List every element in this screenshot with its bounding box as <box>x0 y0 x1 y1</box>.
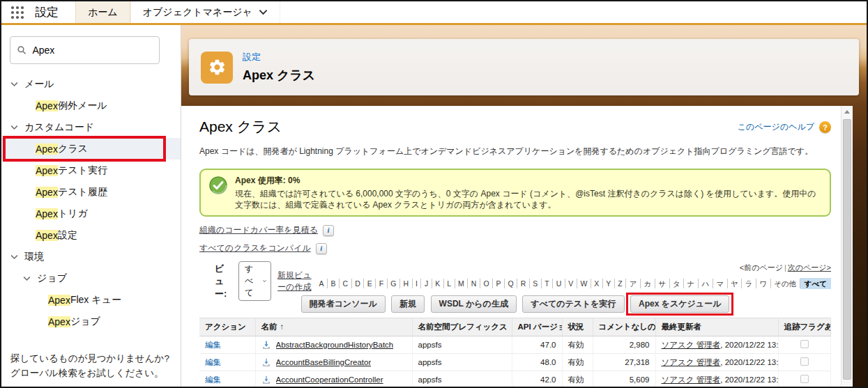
index-letter-link[interactable]: E <box>364 279 376 288</box>
previous-page-link[interactable]: <前のページ <box>740 263 783 272</box>
index-letter-link[interactable]: T <box>542 279 553 288</box>
compile-all-classes-link[interactable]: すべてのクラスをコンパイル <box>199 242 311 254</box>
sidebar-item-label: カスタムコード <box>24 121 94 134</box>
sidebar-item-apex-classes[interactable]: Apex クラス <box>1 138 181 160</box>
index-letter-link[interactable]: K <box>432 279 444 288</box>
last-modified-by-link[interactable]: ソアスク 管理者 <box>662 375 721 384</box>
sidebar-item-label: Flex キュー <box>70 294 121 306</box>
index-letter-link[interactable]: ア <box>626 279 641 288</box>
edit-link[interactable]: 編集 <box>205 358 221 366</box>
tab-home[interactable]: ホーム <box>75 1 130 23</box>
info-icon[interactable]: i <box>323 225 334 236</box>
edit-link[interactable]: 編集 <box>205 375 221 384</box>
search-input[interactable] <box>32 45 152 56</box>
index-letter-link[interactable]: J <box>421 279 432 288</box>
index-letter-link[interactable]: M <box>455 279 469 288</box>
col-tracking-flag[interactable]: 追跡フラグあり <box>778 318 831 336</box>
estimate-code-coverage-link[interactable]: 組織のコードカバー率を見積る <box>199 224 318 236</box>
index-letter-link[interactable]: ラ <box>742 279 756 288</box>
new-button[interactable]: 新規 <box>391 295 425 313</box>
index-letter-link[interactable]: タ <box>670 279 685 288</box>
view-select[interactable]: すべて <box>238 261 271 301</box>
col-api-version[interactable]: API バージョン <box>512 318 562 336</box>
namespace-prefix-cell: appsfs <box>412 354 512 371</box>
sidebar-item-apex-flex-queue[interactable]: Apex Flex キュー <box>1 289 181 311</box>
index-letter-link[interactable]: C <box>340 279 352 288</box>
index-letter-link[interactable]: カ <box>641 279 655 288</box>
content-scrollbar[interactable] <box>841 106 853 387</box>
index-letter-link[interactable]: その他 <box>771 279 800 288</box>
index-letter-link[interactable]: A <box>316 279 328 288</box>
sidebar-search-box[interactable] <box>10 36 160 64</box>
help-for-this-page-link[interactable]: このページのヘルプ <box>738 121 814 133</box>
sidebar-item-custom-code[interactable]: カスタムコード <box>1 116 181 138</box>
next-page-link[interactable]: 次のページ> <box>788 263 831 272</box>
index-letter-link[interactable]: マ <box>713 279 728 288</box>
col-last-modified-by[interactable]: 最終更新者 <box>655 318 778 336</box>
index-letter-link[interactable]: V <box>565 279 577 288</box>
apex-class-name-link[interactable]: AccountCooperationController <box>276 375 383 384</box>
index-letter-link[interactable]: W <box>577 279 591 288</box>
col-status[interactable]: 状況 <box>562 318 593 336</box>
view-label: ビュー: <box>215 263 232 300</box>
last-modified-by-link[interactable]: ソアスク 管理者 <box>662 341 721 349</box>
search-highlight: Apex <box>48 295 70 306</box>
index-letter-link[interactable]: F <box>376 279 387 288</box>
index-letter-link[interactable]: O <box>480 279 493 288</box>
info-icon[interactable]: i <box>316 243 327 254</box>
developer-console-button[interactable]: 開発者コンソール <box>301 295 386 313</box>
create-new-view-link[interactable]: 新規ビューの作成 <box>277 270 316 293</box>
index-letter-link[interactable]: ハ <box>699 279 713 288</box>
index-letter-link[interactable]: H <box>400 279 413 288</box>
sidebar-item-mail[interactable]: メール <box>1 73 181 95</box>
index-letter-link[interactable]: S <box>530 279 542 288</box>
index-letter-link[interactable]: U <box>553 279 565 288</box>
generate-from-wsdl-button[interactable]: WSDL からの生成 <box>431 295 517 313</box>
app-launcher-button[interactable] <box>1 1 33 23</box>
sidebar-item-apex-exception-email[interactable]: Apex 例外メール <box>1 95 181 116</box>
index-letter-link[interactable]: Q <box>505 279 517 288</box>
index-letter-link[interactable]: Y <box>603 279 615 288</box>
tab-object-manager[interactable]: オブジェクトマネージャ <box>130 1 280 23</box>
index-letter-link[interactable]: I <box>413 279 422 288</box>
scrollbar-up-arrow[interactable] <box>842 106 853 118</box>
index-letter-link[interactable]: ワ <box>756 279 771 288</box>
index-letter-link[interactable]: ナ <box>684 279 699 288</box>
sidebar-item-apex-triggers[interactable]: Apex トリガ <box>1 203 181 224</box>
sidebar-item-apex-settings[interactable]: Apex 設定 <box>1 224 181 246</box>
index-letter-link[interactable]: ヤ <box>728 279 743 288</box>
sidebar-item-jobs[interactable]: ジョブ <box>1 267 181 289</box>
apex-class-name-link[interactable]: AccountBaseBillingCreator <box>276 358 372 366</box>
index-all-link[interactable]: すべて <box>800 278 831 289</box>
index-letter-link[interactable]: X <box>591 279 603 288</box>
col-action[interactable]: アクション <box>199 318 255 336</box>
last-modified-by-link[interactable]: ソアスク 管理者 <box>662 358 721 366</box>
sidebar-item-environments[interactable]: 環境 <box>1 246 181 267</box>
scrollbar-thumb[interactable] <box>843 119 851 380</box>
index-letter-link[interactable]: L <box>444 279 455 288</box>
col-size-without-comments[interactable]: コメントなしのサイズ <box>593 318 655 336</box>
schedule-apex-button[interactable]: Apex をスケジュール <box>630 295 729 313</box>
index-letter-link[interactable]: Z <box>615 279 626 288</box>
breadcrumb-setup-link[interactable]: 設定 <box>243 51 315 63</box>
index-letter-link[interactable]: P <box>493 279 505 288</box>
col-name[interactable]: 名前↑ <box>255 318 412 336</box>
sidebar-item-apex-test-history[interactable]: Apex テスト履歴 <box>1 181 181 203</box>
col-namespace-prefix[interactable]: 名前空間プレフィックス <box>412 318 512 336</box>
index-letter-link[interactable]: G <box>388 279 400 288</box>
index-letter-link[interactable]: B <box>328 279 340 288</box>
chevron-down-icon <box>259 9 268 15</box>
download-icon[interactable] <box>261 375 271 385</box>
index-letter-link[interactable]: N <box>468 279 480 288</box>
download-icon[interactable] <box>261 340 271 350</box>
apex-class-name-link[interactable]: AbstractBackgroundHistoryBatch <box>276 341 394 349</box>
index-letter-link[interactable]: R <box>517 279 530 288</box>
sidebar-item-apex-test-execution[interactable]: Apex テスト実行 <box>1 160 181 181</box>
download-icon[interactable] <box>261 357 271 367</box>
index-letter-link[interactable]: サ <box>655 279 670 288</box>
sidebar-item-apex-jobs[interactable]: Apex ジョブ <box>1 311 181 332</box>
help-icon[interactable]: ? <box>819 121 831 133</box>
edit-link[interactable]: 編集 <box>205 341 221 349</box>
run-all-tests-button[interactable]: すべてのテストを実行 <box>522 295 624 313</box>
index-letter-link[interactable]: D <box>352 279 365 288</box>
